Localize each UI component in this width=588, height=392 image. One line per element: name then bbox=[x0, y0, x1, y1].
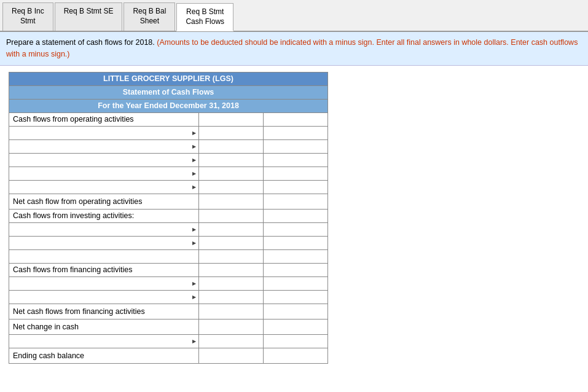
tab-cash-flows[interactable]: Req B StmtCash Flows bbox=[176, 3, 233, 31]
financing-row-2 bbox=[9, 290, 328, 304]
stmt-title: Statement of Cash Flows bbox=[9, 85, 328, 99]
spacer-label-1 bbox=[9, 249, 199, 263]
operating-input-5-field1[interactable] bbox=[199, 181, 263, 193]
net-operating-col2[interactable] bbox=[264, 194, 328, 209]
operating-input-label-5 bbox=[9, 180, 199, 194]
tab-stmt-se[interactable]: Req B Stmt SE bbox=[55, 2, 123, 31]
operating-input-4-field1[interactable] bbox=[199, 167, 263, 179]
net-change-row: Net change in cash bbox=[9, 319, 328, 334]
financing-input-1-field1[interactable] bbox=[199, 277, 263, 289]
investing-input-label-2 bbox=[9, 236, 199, 249]
operating-input-2-col2 bbox=[264, 139, 328, 153]
spacer-col1-1 bbox=[199, 249, 264, 263]
operating-input-label-4 bbox=[9, 167, 199, 180]
operating-row-2 bbox=[9, 139, 328, 153]
operating-col1-header bbox=[199, 112, 264, 126]
tab-inc-stmt[interactable]: Req B IncStmt bbox=[2, 2, 53, 31]
operating-col2-header bbox=[264, 112, 328, 126]
spacer-row-1 bbox=[9, 249, 328, 263]
net-change-field[interactable] bbox=[267, 321, 324, 333]
net-operating-field[interactable] bbox=[267, 195, 324, 208]
net-operating-col1 bbox=[199, 194, 264, 209]
investing-input-2-col1[interactable] bbox=[199, 236, 264, 249]
investing-row-1 bbox=[9, 222, 328, 236]
operating-input-label-2 bbox=[9, 139, 199, 153]
operating-input-3-col1[interactable] bbox=[199, 153, 264, 167]
tab-bal-sheet[interactable]: Req B BalSheet bbox=[123, 2, 175, 31]
operating-input-1-col2 bbox=[264, 126, 328, 139]
beginning-cash-field[interactable] bbox=[264, 335, 327, 347]
operating-input-2-field1[interactable] bbox=[199, 140, 263, 152]
net-change-label: Net change in cash bbox=[9, 319, 199, 334]
operating-input-3-col2 bbox=[264, 153, 328, 167]
financing-input-1-col1[interactable] bbox=[199, 276, 264, 290]
investing-input-1-field1[interactable] bbox=[199, 223, 263, 235]
main-content: LITTLE GROCERY SUPPLIER (LGS) Statement … bbox=[0, 66, 588, 370]
net-change-col1 bbox=[199, 319, 264, 334]
financing-input-2-col1[interactable] bbox=[199, 290, 264, 304]
investing-label: Cash flows from investing activities: bbox=[9, 209, 199, 222]
instructions-banner: Prepare a statement of cash flows for 20… bbox=[0, 32, 588, 66]
operating-input-5-col1[interactable] bbox=[199, 180, 264, 194]
instructions-main: Prepare a statement of cash flows for 20… bbox=[6, 38, 155, 47]
operating-input-2-col1[interactable] bbox=[199, 139, 264, 153]
financing-input-label-2 bbox=[9, 290, 199, 304]
investing-input-1-col1[interactable] bbox=[199, 222, 264, 236]
investing-col2-header bbox=[264, 209, 328, 222]
financing-input-1-col2 bbox=[264, 276, 328, 290]
operating-input-4-col1[interactable] bbox=[199, 167, 264, 180]
title-row-2: Statement of Cash Flows bbox=[9, 85, 328, 99]
net-operating-label: Net cash flow from operating activities bbox=[9, 194, 199, 209]
ending-cash-label: Ending cash balance bbox=[9, 348, 199, 363]
operating-row-5 bbox=[9, 180, 328, 194]
tabs-container: Req B IncStmt Req B Stmt SE Req B BalShe… bbox=[0, 0, 588, 32]
beginning-cash-row bbox=[9, 334, 328, 348]
operating-row-4 bbox=[9, 167, 328, 180]
beginning-cash-label bbox=[9, 334, 199, 348]
investing-input-2-col2 bbox=[264, 236, 328, 249]
ending-cash-row: Ending cash balance bbox=[9, 348, 328, 363]
financing-input-label-1 bbox=[9, 276, 199, 290]
financing-row-1 bbox=[9, 276, 328, 290]
operating-input-1-col1[interactable] bbox=[199, 126, 264, 139]
operating-input-label-1 bbox=[9, 126, 199, 139]
financing-col2-header bbox=[264, 263, 328, 276]
operating-input-5-col2 bbox=[264, 180, 328, 194]
operating-input-label-3 bbox=[9, 153, 199, 167]
financing-col1-header bbox=[199, 263, 264, 276]
ending-cash-col2[interactable] bbox=[264, 348, 328, 363]
tab-bar: Req B IncStmt Req B Stmt SE Req B BalShe… bbox=[0, 0, 588, 32]
ending-cash-field[interactable] bbox=[267, 350, 324, 362]
financing-input-2-col2 bbox=[264, 290, 328, 304]
spacer-col2-1 bbox=[264, 249, 328, 263]
financing-input-2-field1[interactable] bbox=[199, 291, 263, 303]
net-financing-field[interactable] bbox=[267, 305, 324, 318]
operating-activities-label: Cash flows from operating activities bbox=[9, 112, 199, 126]
net-financing-label: Net cash flows from financing activities bbox=[9, 304, 199, 319]
net-operating-row: Net cash flow from operating activities bbox=[9, 194, 328, 209]
net-financing-col2[interactable] bbox=[264, 304, 328, 319]
investing-col1-header bbox=[199, 209, 264, 222]
operating-input-4-col2 bbox=[264, 167, 328, 180]
company-title: LITTLE GROCERY SUPPLIER (LGS) bbox=[9, 72, 328, 85]
investing-row-2 bbox=[9, 236, 328, 249]
ending-cash-col1 bbox=[199, 348, 264, 363]
operating-activities-label-row: Cash flows from operating activities bbox=[9, 112, 328, 126]
stmt-period: For the Year Ended December 31, 2018 bbox=[9, 99, 328, 112]
operating-input-3-field1[interactable] bbox=[199, 154, 263, 166]
cash-flow-statement: LITTLE GROCERY SUPPLIER (LGS) Statement … bbox=[9, 72, 328, 364]
net-financing-col1 bbox=[199, 304, 264, 319]
financing-label-row: Cash flows from financing activities bbox=[9, 263, 328, 276]
operating-input-1-field1[interactable] bbox=[199, 127, 263, 139]
beginning-cash-col2[interactable] bbox=[264, 334, 328, 348]
title-row-1: LITTLE GROCERY SUPPLIER (LGS) bbox=[9, 72, 328, 85]
investing-input-2-field1[interactable] bbox=[199, 237, 263, 249]
title-row-3: For the Year Ended December 31, 2018 bbox=[9, 99, 328, 112]
investing-input-1-col2 bbox=[264, 222, 328, 236]
operating-row-1 bbox=[9, 126, 328, 139]
financing-label: Cash flows from financing activities bbox=[9, 263, 199, 276]
net-financing-row: Net cash flows from financing activities bbox=[9, 304, 328, 319]
net-change-col2[interactable] bbox=[264, 319, 328, 334]
investing-label-row: Cash flows from investing activities: bbox=[9, 209, 328, 222]
investing-input-label-1 bbox=[9, 222, 199, 236]
